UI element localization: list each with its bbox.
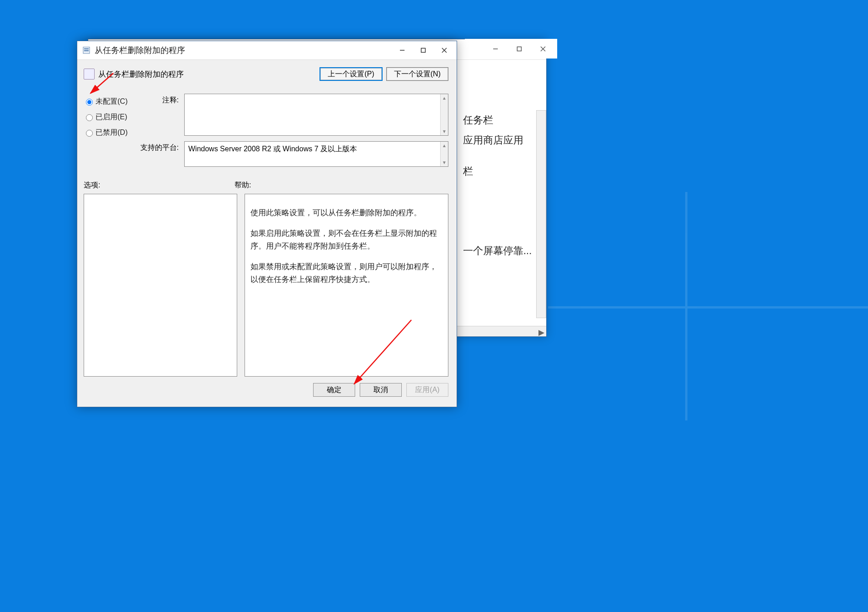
bg-list-item[interactable]: 应用商店应用 (463, 130, 541, 150)
supported-text: Windows Server 2008 R2 或 Windows 7 及以上版本 (188, 145, 357, 153)
dialog-titlebar: 从任务栏删除附加的程序 (77, 41, 457, 60)
svg-rect-5 (84, 48, 89, 49)
radio-disabled-input[interactable] (86, 130, 93, 137)
previous-setting-button[interactable]: 上一个设置(P) (320, 67, 382, 81)
supported-label: 支持的平台: (133, 141, 184, 167)
supported-scrollbar[interactable]: ▲▼ (440, 142, 448, 166)
svg-rect-8 (421, 48, 426, 53)
bg-list-item[interactable]: 栏 (463, 161, 541, 181)
maximize-button[interactable] (413, 43, 434, 57)
bg-vertical-scrollbar[interactable] (536, 110, 546, 318)
apply-button[interactable]: 应用(A) (406, 383, 448, 397)
comment-label: 注释: (133, 94, 184, 136)
radio-not-configured[interactable]: 未配置(C) (84, 94, 133, 109)
bg-list-item[interactable]: 一个屏幕停靠... (463, 241, 541, 261)
bg-close-button[interactable] (539, 45, 547, 53)
help-pane: 使用此策略设置，可以从任务栏删除附加的程序。 如果启用此策略设置，则不会在任务栏… (245, 194, 448, 377)
minimize-button[interactable] (392, 43, 413, 57)
radio-disabled[interactable]: 已禁用(D) (84, 125, 133, 140)
policy-name: 从任务栏删除附加的程序 (98, 69, 316, 80)
options-pane (84, 194, 237, 377)
bg-list-item[interactable]: 任务栏 (463, 110, 541, 130)
ok-button[interactable]: 确定 (313, 383, 355, 397)
help-label: 帮助: (234, 181, 251, 190)
svg-rect-6 (84, 50, 89, 51)
comment-textbox[interactable]: ▲▼ (184, 94, 448, 136)
radio-enabled-input[interactable] (86, 114, 93, 121)
background-titlebar (465, 39, 557, 59)
svg-rect-1 (517, 47, 522, 51)
help-paragraph: 使用此策略设置，可以从任务栏删除附加的程序。 (250, 207, 442, 219)
help-paragraph: 如果启用此策略设置，则不会在任务栏上显示附加的程序。用户不能将程序附加到任务栏。 (250, 227, 442, 253)
policy-dialog: 从任务栏删除附加的程序 从任务栏删除附加的程序 上一个设置(P) 下一个设置(N… (77, 41, 457, 407)
radio-not-configured-input[interactable] (86, 99, 93, 106)
background-settings-list: 任务栏 应用商店应用 栏 一个屏幕停靠... (463, 110, 541, 261)
policy-icon (82, 46, 91, 55)
comment-scrollbar[interactable]: ▲▼ (440, 94, 448, 135)
next-setting-button[interactable]: 下一个设置(N) (386, 67, 448, 81)
radio-enabled[interactable]: 已启用(E) (84, 109, 133, 125)
desktop-background (548, 192, 868, 466)
dialog-title: 从任务栏删除附加的程序 (95, 45, 392, 56)
bg-maximize-button[interactable] (515, 45, 523, 53)
options-label: 选项: (84, 181, 234, 190)
bg-minimize-button[interactable] (491, 45, 500, 53)
supported-textbox: Windows Server 2008 R2 或 Windows 7 及以上版本… (184, 141, 448, 167)
state-radio-group: 未配置(C) 已启用(E) 已禁用(D) (84, 94, 133, 172)
cancel-button[interactable]: 取消 (360, 383, 402, 397)
policy-item-icon (84, 69, 95, 80)
help-paragraph: 如果禁用或未配置此策略设置，则用户可以附加程序，以便在任务栏上保留程序快捷方式。 (250, 261, 442, 286)
close-button[interactable] (434, 43, 455, 57)
